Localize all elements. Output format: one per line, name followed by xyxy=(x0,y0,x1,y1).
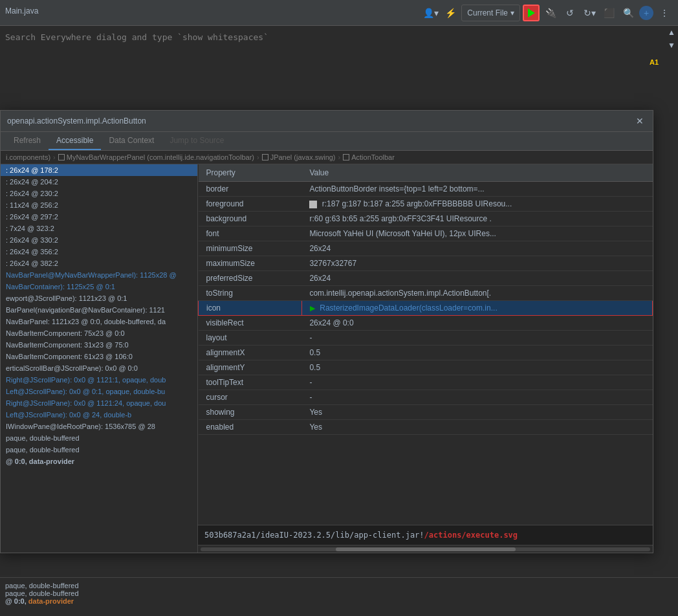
tree-item[interactable]: : 26x24 @ 297:2 xyxy=(1,211,197,223)
table-row-icon[interactable]: icon ▶ RasterizedImageDataLoader(classLo… xyxy=(199,301,653,316)
tab-data-context[interactable]: Data Context xyxy=(101,132,162,150)
table-row[interactable]: foreground r:187 g:187 b:187 a:255 argb:… xyxy=(199,197,653,212)
scrollbar-track[interactable] xyxy=(201,547,650,551)
tree-item[interactable]: NavBarPanel: 1121x23 @ 0:0, double-buffe… xyxy=(1,316,197,327)
table-row[interactable]: maximumSize 32767x32767 xyxy=(199,256,653,271)
play-icon xyxy=(528,8,535,17)
tree-item[interactable]: : 7x24 @ 323:2 xyxy=(1,223,197,234)
breadcrumb: i.components) › MyNavBarWrapperPanel (co… xyxy=(1,151,653,164)
more-options-button[interactable]: ⋮ xyxy=(656,5,673,21)
search-button[interactable]: 🔍 xyxy=(620,5,637,21)
left-panel[interactable]: : 26x24 @ 178:2 : 26x24 @ 204:2 : 26x24 … xyxy=(1,164,198,553)
table-row[interactable]: cursor - xyxy=(199,390,653,405)
stop-button[interactable]: ⬛ xyxy=(600,5,617,21)
horizontal-scrollbar[interactable] xyxy=(198,545,653,553)
col-value: Value xyxy=(301,164,652,182)
right-panel: Property Value border ActionButtonBorder… xyxy=(198,164,653,553)
tree-item[interactable]: Right@JScrollPane): 0x0 @ 1121:24, opaqu… xyxy=(1,397,197,409)
tab-jump-to-source[interactable]: Jump to Source xyxy=(162,132,232,150)
table-row[interactable]: background r:60 g:63 b:65 a:255 argb:0xF… xyxy=(199,212,653,226)
refresh2-button[interactable]: ↻▾ xyxy=(581,5,598,21)
tree-item[interactable]: : 26x24 @ 330:2 xyxy=(1,234,197,246)
add-button[interactable]: + xyxy=(639,6,653,20)
table-row[interactable]: alignmentY 0.5 xyxy=(199,360,653,375)
tree-item-data-provider[interactable]: @ 0:0, data-provider xyxy=(1,456,197,467)
dialog-tabs: Refresh Accessible Data Context Jump to … xyxy=(1,132,653,151)
dialog-title: openapi.actionSystem.impl.ActionButton xyxy=(7,116,146,126)
table-row[interactable]: visibleRect 26x24 @ 0:0 xyxy=(199,316,653,331)
table-row[interactable]: minimumSize 26x24 xyxy=(199,241,653,256)
path-prefix: 503b687a2a1/ideaIU-2023.2.5/lib/app-clie… xyxy=(204,531,424,540)
lightning-button[interactable]: ⚡ xyxy=(442,5,459,21)
dialog: openapi.actionSystem.impl.ActionButton ✕… xyxy=(0,110,653,553)
window-title: Main.java xyxy=(5,6,38,16)
tree-item[interactable]: : 26x24 @ 204:2 xyxy=(1,176,197,188)
editor-area: Search Everywhere dialog and type `show … xyxy=(0,26,678,616)
table-row[interactable]: enabled Yes xyxy=(199,420,653,435)
table-row[interactable]: font Microsoft YaHei UI (Microsoft YaHei… xyxy=(199,226,653,241)
run-button[interactable] xyxy=(523,5,540,21)
tree-item[interactable]: NavBarItemComponent: 31x23 @ 75:0 xyxy=(1,339,197,351)
property-table: Property Value border ActionButtonBorder… xyxy=(198,164,653,435)
bc-components: i.components) xyxy=(6,153,50,161)
tree-item[interactable]: NavBarItemComponent: 61x23 @ 106:0 xyxy=(1,351,197,362)
tree-item[interactable]: NavBarPanel@MyNavBarWrapperPanel): 1125x… xyxy=(1,269,197,281)
tree-item[interactable]: IWindowPane@IdeRootPane): 1536x785 @ 28 xyxy=(1,421,197,432)
tree-item[interactable]: : 26x24 @ 178:2 xyxy=(1,164,197,176)
bc-jpanel: JPanel (javax.swing) xyxy=(262,153,336,161)
table-row[interactable]: border ActionButtonBorder insets={top=1 … xyxy=(199,182,653,197)
tree-item[interactable]: Left@JScrollPane): 0x0 @ 0:1, opaque, do… xyxy=(1,386,197,397)
scroll-up-button[interactable]: ▲ xyxy=(665,26,678,39)
current-file-label: Current File xyxy=(467,8,508,17)
status-bar: paque, double-buffered paque, double-buf… xyxy=(0,577,678,616)
tab-refresh[interactable]: Refresh xyxy=(6,132,49,150)
editor-hint: Search Everywhere dialog and type `show … xyxy=(0,26,678,49)
profile-button[interactable]: 👤▾ xyxy=(422,5,439,21)
tree-item[interactable]: Right@JScrollPane): 0x0 @ 1121:1, opaque… xyxy=(1,374,197,386)
tree-item[interactable]: ewport@JScrollPane): 1121x23 @ 0:1 xyxy=(1,292,197,304)
refresh-button[interactable]: ↺ xyxy=(562,5,578,21)
tree-item[interactable]: : 26x24 @ 382:2 xyxy=(1,258,197,269)
tree-item[interactable]: : 11x24 @ 256:2 xyxy=(1,199,197,211)
tree-item[interactable]: Left@JScrollPane): 0x0 @ 24, double-b xyxy=(1,409,197,421)
top-bar: Main.java 👤▾ ⚡ Current File ▾ 🔌 ↺ ↻▾ ⬛ 🔍… xyxy=(0,0,678,26)
tree-item[interactable]: erticalScrollBar@JScrollPane): 0x0 @ 0:0 xyxy=(1,362,197,374)
tree-item[interactable]: NavBarItemComponent: 75x23 @ 0:0 xyxy=(1,327,197,339)
bc-actiontoolbar: ActionToolbar xyxy=(343,153,395,161)
tree-item[interactable]: : 26x24 @ 356:2 xyxy=(1,246,197,258)
table-row[interactable]: alignmentX 0.5 xyxy=(199,346,653,360)
tree-item[interactable]: paque, double-buffered xyxy=(1,432,197,444)
table-row[interactable]: showing Yes xyxy=(199,405,653,420)
dialog-title-bar: openapi.actionSystem.impl.ActionButton ✕ xyxy=(1,111,653,132)
col-property: Property xyxy=(199,164,302,182)
plugin-button[interactable]: 🔌 xyxy=(542,5,559,21)
dropdown-chevron-icon: ▾ xyxy=(510,8,514,17)
icon-indicator: ▶ xyxy=(310,304,315,312)
tree-item[interactable]: : 26x24 @ 230:2 xyxy=(1,188,197,199)
table-row[interactable]: layout - xyxy=(199,331,653,346)
path-bar: 503b687a2a1/ideaIU-2023.2.5/lib/app-clie… xyxy=(198,525,653,545)
tree-item[interactable]: NavBarContainer): 1125x25 @ 0:1 xyxy=(1,281,197,292)
tab-accessible[interactable]: Accessible xyxy=(49,132,101,150)
table-row[interactable]: toolTipText - xyxy=(199,375,653,390)
a1-badge: A1 xyxy=(650,58,659,66)
dialog-body: : 26x24 @ 178:2 : 26x24 @ 204:2 : 26x24 … xyxy=(1,164,653,553)
scroll-down-button[interactable]: ▼ xyxy=(665,39,678,52)
color-swatch xyxy=(309,201,317,208)
table-row[interactable]: preferredSize 26x24 xyxy=(199,271,653,286)
tree-item[interactable]: paque, double-buffered xyxy=(1,444,197,456)
dialog-close-button[interactable]: ✕ xyxy=(633,115,646,127)
tree-item[interactable]: BarPanel(navigationBar@NavBarContainer):… xyxy=(1,304,197,316)
path-suffix: /actions/execute.svg xyxy=(424,531,518,540)
scrollbar-thumb[interactable] xyxy=(336,547,516,551)
current-file-dropdown[interactable]: Current File ▾ xyxy=(461,5,520,21)
table-row[interactable]: toString com.intellij.openapi.actionSyst… xyxy=(199,286,653,301)
bc-navbarwrapper: MyNavBarWrapperPanel (com.intellij.ide.n… xyxy=(58,153,254,161)
